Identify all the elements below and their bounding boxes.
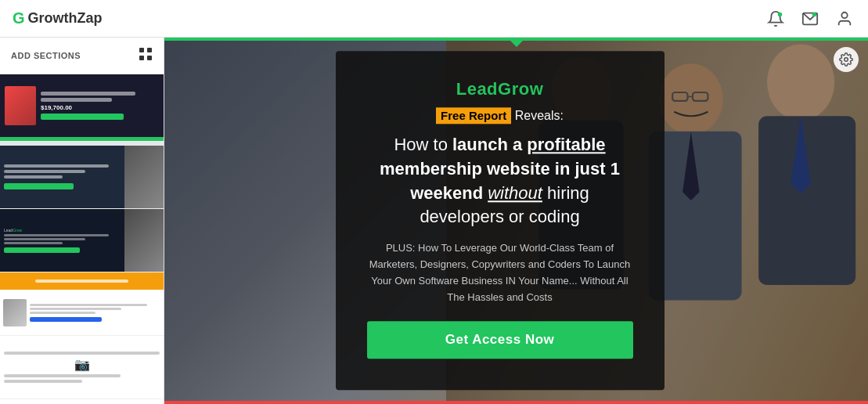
sidebar: ADD SECTIONS xyxy=(0,38,164,404)
card-subtitle-rest: Reveals: xyxy=(511,109,564,122)
card-logo-prefix: Lead xyxy=(456,79,498,99)
svg-rect-7 xyxy=(147,56,152,60)
thumbnail-3: LeadGrow xyxy=(0,209,164,272)
card-logo: LeadGrow xyxy=(367,79,633,99)
card-subtitle-line: Free Report Reveals: xyxy=(367,107,633,127)
settings-gear-button[interactable] xyxy=(834,47,859,72)
thumbnail-1: $19,700.00 xyxy=(0,74,164,137)
sidebar-header: ADD SECTIONS xyxy=(0,38,164,74)
sidebar-header-label: ADD SECTIONS xyxy=(11,51,81,60)
svg-rect-6 xyxy=(139,56,144,60)
top-triangle-arrow xyxy=(510,41,523,47)
card-body-text: PLUS: How To Leverage Our World-Class Te… xyxy=(367,241,633,306)
mail-icon-btn[interactable] xyxy=(799,8,821,30)
svg-point-2 xyxy=(812,12,817,16)
svg-rect-5 xyxy=(147,48,152,52)
main-layout: ADD SECTIONS xyxy=(0,38,868,404)
thumbnail-5: 📷 xyxy=(0,336,164,399)
grid-icon[interactable] xyxy=(139,47,153,64)
list-item[interactable] xyxy=(0,272,164,336)
thumbnail-2 xyxy=(0,146,164,208)
list-item[interactable]: 📷 xyxy=(0,336,164,399)
bottom-accent-bar xyxy=(164,401,868,404)
logo-g-icon: G xyxy=(13,9,25,27)
list-item[interactable]: $19,700.00 xyxy=(0,74,164,142)
logo-text: GrowthZap xyxy=(28,10,103,27)
list-item[interactable]: LeadGrow xyxy=(0,209,164,272)
nav-icons-group xyxy=(765,8,855,30)
leadgrow-card: LeadGrow Free Report Reveals: How to lau… xyxy=(336,51,665,390)
notification-icon-btn[interactable] xyxy=(765,8,787,30)
thumbnail-4 xyxy=(0,272,164,335)
content-area: LeadGrow Free Report Reveals: How to lau… xyxy=(164,38,868,404)
svg-rect-4 xyxy=(139,48,144,52)
card-headline: How to launch a profitablemembership web… xyxy=(367,133,633,229)
card-subtitle-highlighted: Free Report xyxy=(436,107,511,124)
list-item[interactable] xyxy=(0,146,164,209)
user-icon-btn[interactable] xyxy=(834,8,855,30)
top-navigation: G GrowthZap xyxy=(0,0,868,38)
logo: G GrowthZap xyxy=(13,9,103,27)
svg-point-0 xyxy=(778,12,783,16)
get-access-button[interactable]: Get Access Now xyxy=(367,322,633,359)
card-logo-suffix: Grow xyxy=(498,79,543,99)
sidebar-thumbnails: $19,700.00 xyxy=(0,74,164,399)
svg-point-20 xyxy=(845,58,848,62)
svg-point-3 xyxy=(841,12,847,17)
